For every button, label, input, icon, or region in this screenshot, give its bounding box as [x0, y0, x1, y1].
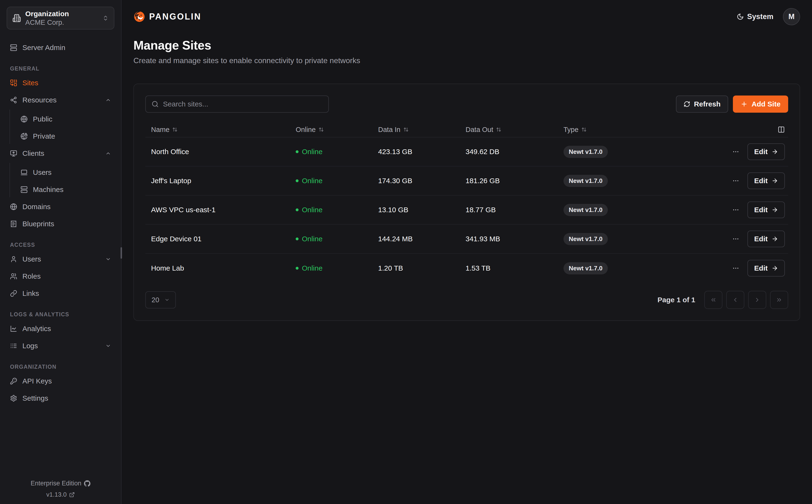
sites-card: Refresh Add Site Name Online — [133, 84, 800, 321]
monitor-up-icon — [10, 150, 17, 157]
sidebar-item-blueprints[interactable]: Blueprints — [7, 216, 114, 232]
chevrons-left-icon — [710, 297, 717, 303]
chevron-down-icon — [105, 256, 111, 262]
refresh-button[interactable]: Refresh — [676, 96, 728, 113]
sidebar-scrollbar-thumb[interactable] — [121, 247, 122, 259]
topbar: PANGOLIN System M — [133, 0, 800, 33]
laptop-icon — [20, 169, 28, 176]
site-name: Edge Device 01 — [151, 235, 296, 243]
moon-icon — [737, 13, 744, 20]
row-actions-button[interactable] — [731, 206, 740, 213]
chevron-down-icon — [164, 297, 170, 302]
sidebar-item-label: Users — [22, 255, 41, 263]
users-icon — [10, 273, 17, 280]
sidebar-item-private[interactable]: Private — [10, 129, 114, 144]
sort-icon — [403, 127, 409, 132]
external-link-icon[interactable] — [69, 492, 75, 498]
org-switcher[interactable]: Organization ACME Corp. — [7, 7, 114, 30]
row-actions-button[interactable] — [731, 177, 740, 184]
globe-icon — [10, 203, 17, 210]
sidebar-item-roles[interactable]: Roles — [7, 269, 114, 284]
section-label-general: GENERAL — [7, 64, 114, 73]
page-indicator: Page 1 of 1 — [658, 296, 695, 304]
add-site-button[interactable]: Add Site — [733, 96, 788, 113]
column-header-type[interactable]: Type — [563, 126, 778, 134]
edit-button[interactable]: Edit — [747, 202, 785, 218]
sidebar-item-server-admin[interactable]: Server Admin — [7, 40, 114, 55]
version-label: v1.13.0 — [46, 491, 66, 498]
sidebar-item-analytics[interactable]: Analytics — [7, 321, 114, 336]
sidebar-item-api-keys[interactable]: API Keys — [7, 373, 114, 389]
sidebar-item-links[interactable]: Links — [7, 286, 114, 301]
chevrons-right-icon — [776, 297, 782, 303]
sidebar-item-label: Blueprints — [22, 220, 54, 228]
column-header-data-in[interactable]: Data In — [378, 126, 466, 134]
receipt-icon — [10, 220, 17, 227]
sidebar-item-public[interactable]: Public — [10, 111, 114, 127]
sort-icon — [319, 127, 324, 132]
column-header-name[interactable]: Name — [151, 126, 296, 134]
sidebar-item-label: Links — [22, 289, 39, 297]
data-in-value: 423.13 GB — [378, 148, 466, 156]
brand-name: PANGOLIN — [149, 12, 201, 22]
edit-button[interactable]: Edit — [747, 231, 785, 247]
edit-button[interactable]: Edit — [747, 143, 785, 160]
sidebar-item-label: Logs — [22, 342, 38, 350]
table-header-row: Name Online Data In Data Out Type — [145, 122, 788, 137]
status-badge: Online — [296, 235, 378, 243]
link-icon — [10, 290, 17, 297]
arrow-right-icon — [771, 236, 778, 242]
table-row: Jeff's Laptop Online 174.30 GB 181.26 GB… — [145, 166, 788, 196]
chevron-right-icon — [754, 297, 761, 303]
edit-button[interactable]: Edit — [747, 260, 785, 277]
first-page-button[interactable] — [704, 291, 722, 309]
brand[interactable]: PANGOLIN — [133, 11, 201, 23]
row-actions-button[interactable] — [731, 235, 740, 242]
sidebar-item-label: Machines — [33, 186, 63, 194]
plus-icon — [741, 101, 748, 108]
resources-share-icon — [10, 96, 17, 104]
sidebar-item-label: Sites — [22, 79, 38, 87]
pangolin-logo-icon — [133, 11, 145, 23]
logs-list-icon — [10, 342, 17, 349]
sidebar-item-client-users[interactable]: Users — [10, 165, 114, 180]
columns-toggle-icon[interactable] — [778, 126, 785, 133]
sidebar-item-logs[interactable]: Logs — [7, 338, 114, 353]
status-badge: Online — [296, 264, 378, 272]
online-dot-icon — [296, 150, 299, 153]
avatar-initial: M — [788, 12, 795, 21]
chevron-up-icon — [105, 151, 111, 156]
column-header-online[interactable]: Online — [296, 126, 378, 134]
theme-toggle[interactable]: System — [737, 12, 773, 21]
row-actions-button[interactable] — [731, 265, 740, 272]
sidebar-item-clients[interactable]: Clients — [7, 146, 114, 161]
sidebar-item-label: API Keys — [22, 377, 52, 385]
refresh-label: Refresh — [694, 100, 721, 108]
sidebar-item-users[interactable]: Users — [7, 252, 114, 267]
page-size-select[interactable]: 20 — [145, 291, 176, 308]
sidebar-item-resources[interactable]: Resources — [7, 92, 114, 108]
search-box[interactable] — [145, 96, 329, 113]
data-out-value: 1.53 TB — [466, 264, 563, 272]
edit-button[interactable]: Edit — [747, 172, 785, 189]
sidebar-item-machines[interactable]: Machines — [10, 182, 114, 197]
refresh-icon — [684, 101, 690, 107]
chevron-up-icon — [105, 97, 111, 103]
column-header-data-out[interactable]: Data Out — [466, 126, 563, 134]
github-icon[interactable] — [84, 480, 91, 487]
table-row: Edge Device 01 Online 144.24 MB 341.93 M… — [145, 225, 788, 254]
next-page-button[interactable] — [748, 291, 766, 309]
sidebar-item-settings[interactable]: Settings — [7, 391, 114, 406]
row-actions-button[interactable] — [731, 148, 740, 155]
sidebar-item-sites[interactable]: Sites — [7, 75, 114, 91]
previous-page-button[interactable] — [726, 291, 744, 309]
status-badge: Online — [296, 177, 378, 185]
search-input[interactable] — [163, 100, 323, 108]
arrow-right-icon — [771, 148, 778, 155]
data-out-value: 349.62 DB — [466, 148, 563, 156]
main-content: PANGOLIN System M Manage Sites Create an… — [122, 0, 812, 504]
last-page-button[interactable] — [770, 291, 788, 309]
status-badge: Online — [296, 148, 378, 156]
avatar[interactable]: M — [783, 8, 800, 25]
sidebar-item-domains[interactable]: Domains — [7, 199, 114, 214]
